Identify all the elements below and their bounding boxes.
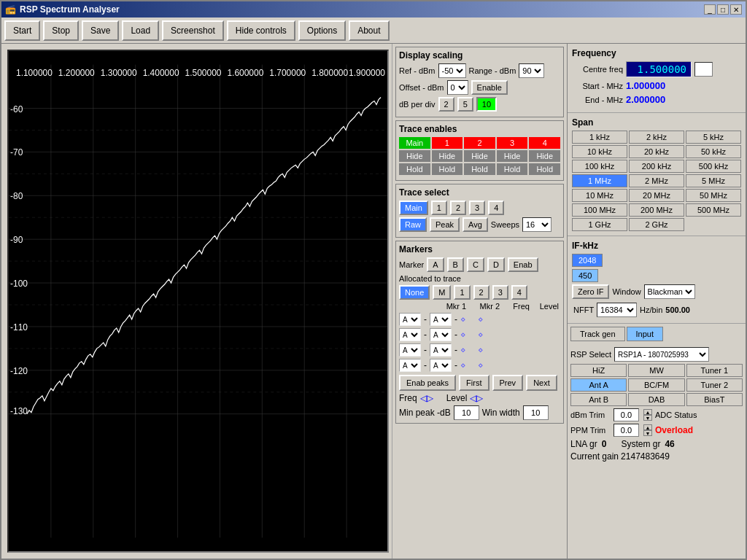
ant-a-btn[interactable]: Ant A	[570, 378, 627, 392]
trace3-enable[interactable]: 3	[497, 137, 528, 149]
span-50khz[interactable]: 50 kHz	[686, 145, 741, 158]
tuner2-btn[interactable]: Tuner 2	[686, 378, 743, 392]
peak-button[interactable]: Peak	[430, 217, 460, 232]
hiz-btn[interactable]: HiZ	[570, 364, 627, 377]
dbm-trim-input[interactable]	[614, 408, 639, 421]
track-gen-tab[interactable]: Track gen	[570, 327, 625, 341]
trace-main-select[interactable]: Main	[399, 201, 428, 215]
mkr1-sel-3[interactable]: A	[399, 343, 421, 357]
span-500mhz[interactable]: 500 MHz	[686, 203, 741, 217]
span-100khz[interactable]: 100 kHz	[572, 160, 627, 173]
mkr2-sel-4[interactable]: A	[430, 359, 452, 372]
t1-hide[interactable]: Hide	[432, 150, 463, 162]
biast-btn[interactable]: BiasT	[686, 393, 743, 406]
if-450-btn[interactable]: 450	[572, 269, 598, 282]
marker-enab-btn[interactable]: Enab	[508, 257, 538, 272]
main-hold[interactable]: Hold	[399, 163, 430, 175]
minimize-button[interactable]: _	[704, 4, 716, 15]
load-button[interactable]: Load	[122, 20, 159, 41]
alloc-1-btn[interactable]: 1	[454, 285, 470, 300]
dbm-spin-down[interactable]: ▼	[643, 415, 652, 421]
about-button[interactable]: About	[349, 20, 389, 41]
db10-button[interactable]: 10	[476, 97, 497, 112]
enable-button[interactable]: Enable	[471, 80, 508, 95]
t2-hide[interactable]: Hide	[464, 150, 495, 162]
t4-hold[interactable]: Hold	[529, 163, 560, 175]
min-peak-input[interactable]: 10	[454, 405, 479, 420]
zero-if-btn[interactable]: Zero IF	[572, 284, 609, 299]
t4-hide[interactable]: Hide	[529, 150, 560, 162]
trace1-enable[interactable]: 1	[432, 137, 463, 149]
trace4-enable[interactable]: 4	[529, 137, 560, 149]
trace3-select[interactable]: 3	[469, 201, 485, 215]
mkr2-sel-1[interactable]: A	[430, 313, 452, 326]
span-10mhz[interactable]: 10 MHz	[572, 189, 627, 202]
span-20mhz[interactable]: 20 MHz	[629, 189, 684, 202]
enab-peaks-btn[interactable]: Enab peaks	[399, 375, 456, 391]
span-5mhz[interactable]: 5 MHz	[686, 174, 741, 187]
window-select[interactable]: Blackman	[644, 284, 695, 299]
mkr1-sel-4[interactable]: A	[399, 359, 421, 372]
nfft-select[interactable]: 16384	[597, 303, 637, 317]
ppm-spin-down[interactable]: ▼	[643, 430, 652, 436]
ant-b-btn[interactable]: Ant B	[570, 393, 627, 406]
span-500khz[interactable]: 500 kHz	[686, 160, 741, 173]
t1-hold[interactable]: Hold	[432, 163, 463, 175]
trace1-select[interactable]: 1	[431, 201, 447, 215]
ref-select[interactable]: -50	[438, 63, 466, 78]
span-5khz[interactable]: 5 kHz	[686, 131, 741, 144]
span-200khz[interactable]: 200 kHz	[629, 160, 684, 173]
span-10khz[interactable]: 10 kHz	[572, 145, 627, 158]
input-tab[interactable]: Input	[627, 327, 663, 341]
prev-btn[interactable]: Prev	[492, 375, 524, 391]
span-1khz[interactable]: 1 kHz	[572, 131, 627, 144]
stop-button[interactable]: Stop	[43, 20, 79, 41]
span-2ghz[interactable]: 2 GHz	[629, 218, 684, 231]
start-button[interactable]: Start	[4, 20, 40, 41]
alloc-4-btn[interactable]: 4	[511, 285, 527, 300]
win-width-input[interactable]: 10	[523, 405, 549, 420]
span-1mhz[interactable]: 1 MHz	[572, 174, 627, 187]
trace2-enable[interactable]: 2	[464, 137, 495, 149]
if-2048-btn[interactable]: 2048	[572, 254, 603, 267]
t2-hold[interactable]: Hold	[464, 163, 495, 175]
range-select[interactable]: 90	[519, 63, 544, 78]
alloc-3-btn[interactable]: 3	[492, 285, 508, 300]
trace-main-enable[interactable]: Main	[399, 137, 430, 149]
screenshot-button[interactable]: Screenshot	[162, 20, 224, 41]
maximize-button[interactable]: □	[717, 4, 729, 15]
sweeps-select[interactable]: 16	[522, 217, 551, 232]
mkr1-sel-2[interactable]: A	[399, 328, 421, 341]
marker-d-btn[interactable]: D	[487, 257, 505, 272]
close-button[interactable]: ✕	[730, 4, 742, 15]
trace4-select[interactable]: 4	[488, 201, 504, 215]
span-50mhz[interactable]: 50 MHz	[686, 189, 741, 202]
main-hide[interactable]: Hide	[399, 150, 430, 162]
span-20khz[interactable]: 20 kHz	[629, 145, 684, 158]
mkr2-sel-3[interactable]: A	[430, 343, 452, 357]
db2-button[interactable]: 2	[438, 97, 454, 112]
dbm-spin-up[interactable]: ▲	[643, 409, 652, 415]
first-btn[interactable]: First	[459, 375, 489, 391]
span-1ghz[interactable]: 1 GHz	[572, 218, 627, 231]
bcfm-btn[interactable]: BC/FM	[628, 378, 684, 392]
centre-freq-input[interactable]	[694, 62, 713, 77]
hide-controls-button[interactable]: Hide controls	[227, 20, 295, 41]
dab-btn[interactable]: DAB	[628, 393, 684, 406]
t3-hide[interactable]: Hide	[497, 150, 528, 162]
mkr2-sel-2[interactable]: A	[430, 328, 452, 341]
rsp-select[interactable]: RSP1A - 1807025993	[614, 347, 709, 362]
mw-btn[interactable]: MW	[628, 364, 684, 377]
t3-hold[interactable]: Hold	[497, 163, 528, 175]
alloc-none-btn[interactable]: None	[399, 285, 430, 300]
span-100mhz[interactable]: 100 MHz	[572, 203, 627, 217]
marker-a-btn[interactable]: A	[427, 257, 444, 272]
span-2mhz[interactable]: 2 MHz	[629, 174, 684, 187]
marker-c-btn[interactable]: C	[467, 257, 484, 272]
tuner1-btn[interactable]: Tuner 1	[686, 364, 743, 377]
save-button[interactable]: Save	[82, 20, 119, 41]
alloc-2-btn[interactable]: 2	[473, 285, 489, 300]
mkr1-sel-1[interactable]: A	[399, 313, 421, 326]
span-200mhz[interactable]: 200 MHz	[629, 203, 684, 217]
alloc-m-btn[interactable]: M	[433, 285, 451, 300]
